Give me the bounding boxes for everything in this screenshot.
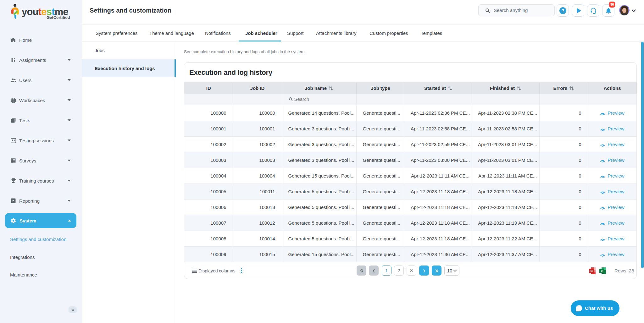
svg-text:PDF: PDF (590, 270, 593, 272)
svg-text:X: X (601, 270, 602, 273)
